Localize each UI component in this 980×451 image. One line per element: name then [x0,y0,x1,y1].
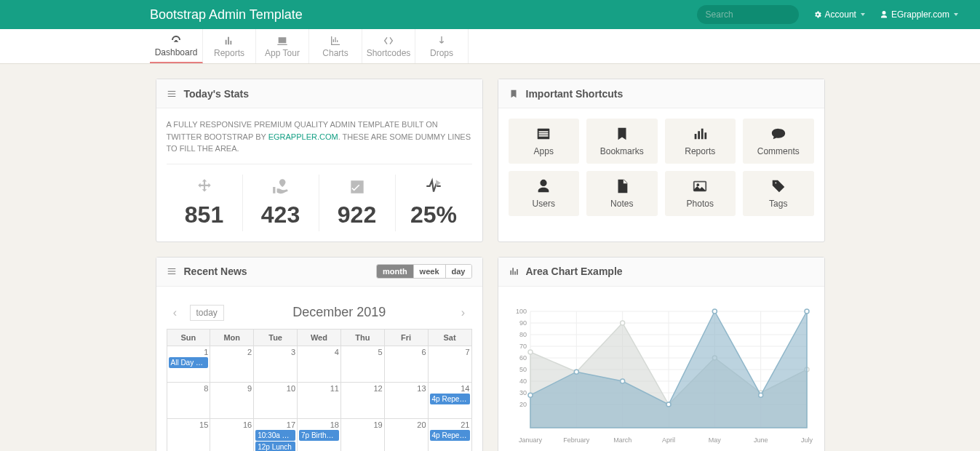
bookmark-icon [509,89,519,99]
calendar-cell[interactable]: 12 [340,382,384,418]
calendar-cell[interactable]: 6 [384,346,428,382]
nav-app-tour[interactable]: App Tour [256,29,309,63]
panel-title: Today's Stats [184,88,249,100]
calendar-cell[interactable]: 15 [167,418,210,451]
calendar-cell[interactable]: 16 [210,418,254,451]
shortcut-label: Users [533,199,555,209]
bars-icon [509,266,519,276]
svg-text:50: 50 [519,366,526,373]
svg-point-41 [620,321,624,325]
nav-icon [170,34,183,46]
dow-header: Sat [428,329,471,346]
shortcuts-panel: Important Shortcuts AppsBookmarksReports… [498,79,825,242]
calendar-cell[interactable]: 144p Repeating Event [428,382,471,418]
svg-text:April: April [661,436,674,444]
cal-next[interactable]: › [455,304,472,322]
calendar-event[interactable]: 4p Repeating Event [430,430,470,441]
reports-icon [692,126,708,142]
calendar-cell[interactable]: 7 [428,346,471,382]
dow-header: Mon [210,329,254,346]
stat-item: 423 [243,175,319,231]
view-week[interactable]: week [413,265,445,278]
shortcut-tags[interactable]: Tags [743,171,814,216]
shortcut-notes[interactable]: Notes [586,171,658,216]
nav-shortcodes[interactable]: Shortcodes [362,29,415,63]
nav-dashboard[interactable]: Dashboard [150,29,203,63]
dow-header: Wed [298,329,341,346]
site-menu[interactable]: EGrappler.com [880,9,958,20]
area-chart-panel: Area Chart Example 2030405060708090100Ja… [498,257,825,452]
shortcut-photos[interactable]: Photos [665,171,736,216]
svg-text:100: 100 [515,308,526,315]
calendar-event[interactable]: 12p Lunch [255,442,295,452]
shortcut-label: Notes [610,199,633,209]
caret-icon [861,13,865,16]
calendar-cell[interactable]: 9 [210,382,254,418]
gear-icon [813,10,822,19]
calendar-cell[interactable]: 8 [167,382,210,418]
shortcut-apps[interactable]: Apps [509,119,580,164]
shortcut-bookmarks[interactable]: Bookmarks [586,119,658,164]
calendar-cell[interactable]: 1All Day Event [167,346,210,382]
stat-icon [424,177,443,196]
shortcut-reports[interactable]: Reports [665,119,736,164]
apps-icon [535,126,551,142]
nav-charts[interactable]: Charts [309,29,362,63]
shortcut-label: Tags [769,199,787,209]
calendar-grid[interactable]: SunMonTueWedThuFriSat1All Day Event23456… [167,329,472,452]
svg-text:80: 80 [519,331,526,338]
calendar-cell[interactable]: 4 [298,346,341,382]
shortcut-label: Comments [757,146,800,156]
calendar-event[interactable]: 10:30a Meeting [255,430,295,441]
list-icon [167,266,177,276]
stat-value: 423 [243,201,319,228]
calendar-cell[interactable]: 3 [254,346,298,382]
search-input[interactable] [697,5,799,24]
svg-text:40: 40 [519,378,526,385]
calendar-cell[interactable]: 11 [298,382,341,418]
svg-rect-3 [539,133,549,135]
view-day[interactable]: day [445,265,471,278]
recent-news-panel: Recent News month week day ‹ today Decem… [156,257,483,452]
stat-icon [195,177,214,196]
photos-icon [692,178,708,194]
stat-item: 922 [319,175,396,231]
calendar-cell[interactable]: 1710:30a Meeting12p Lunch [254,418,298,451]
calendar-cell[interactable]: 2 [210,346,254,382]
account-menu[interactable]: Account [813,9,865,20]
todays-stats-panel: Today's Stats A FULLY RESPONSIVE PREMIUM… [156,79,483,242]
calendar-cell[interactable]: 19 [340,418,384,451]
calendar-event[interactable]: 4p Repeating Event [430,394,470,404]
nav-icon [382,35,395,47]
svg-point-49 [666,402,671,407]
today-button[interactable]: today [190,305,224,321]
calendar-event[interactable]: 7p Birthday Party [299,430,339,441]
calendar-cell[interactable]: 5 [340,346,384,382]
svg-point-39 [528,350,533,354]
bookmarks-icon [614,126,630,142]
calendar-cell[interactable]: 10 [254,382,298,418]
calendar-title: December 2019 [230,305,449,320]
shortcut-comments[interactable]: Comments [743,119,814,164]
calendar-cell[interactable]: 20 [384,418,428,451]
lead-link[interactable]: EGRAPPLER.COM [268,132,338,141]
nav-drops[interactable]: Drops [415,29,469,63]
calendar-cell[interactable]: 214p Repeating Event [428,418,471,451]
cal-prev[interactable]: ‹ [167,304,184,322]
svg-point-51 [758,393,762,397]
calendar-event[interactable]: All Day Event [169,357,209,368]
dow-header: Thu [340,329,384,346]
view-month[interactable]: month [377,265,413,278]
calendar-cell[interactable]: 187p Birthday Party [298,418,341,451]
svg-point-52 [805,309,809,314]
nav-reports[interactable]: Reports [203,29,256,63]
stat-icon [271,177,290,196]
shortcut-label: Photos [687,199,714,209]
calendar-cell[interactable]: 13 [384,382,428,418]
user-icon [880,10,888,19]
svg-text:30: 30 [519,389,526,396]
nav-label: Charts [322,48,348,58]
shortcut-users[interactable]: Users [509,171,580,216]
stat-value: 922 [319,201,395,228]
area-chart: 2030405060708090100JanuaryFebruaryMarchA… [509,297,814,452]
